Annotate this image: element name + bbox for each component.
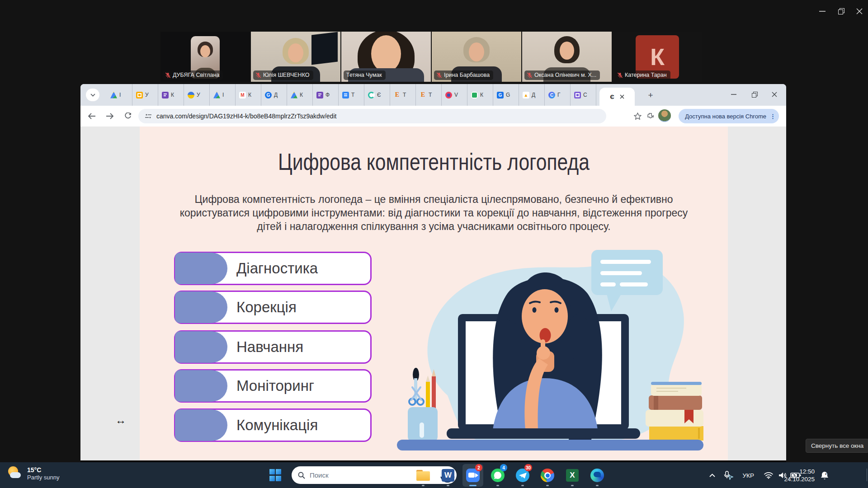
browser-tab[interactable]: Т (339, 84, 364, 106)
site-info-icon[interactable] (145, 113, 152, 119)
minimize-all-windows-tooltip: Свернуть все окна (806, 439, 868, 453)
browser-tab[interactable]: CГ (545, 84, 571, 106)
browser-restore-button[interactable] (745, 87, 764, 102)
profile-avatar[interactable] (658, 109, 671, 122)
muted-mic-icon (437, 72, 442, 78)
participant-video-dubiaha[interactable]: ДУБЯГА Світлана (160, 32, 250, 82)
browser-tab[interactable]: MК (236, 84, 261, 106)
slide-title: Цифрова компетентність логопеда (193, 148, 675, 175)
list-item-tab-shape (175, 370, 227, 402)
slide-paragraph: Цифрова компетентність логопеда – це вмі… (171, 192, 696, 233)
google-drive-icon (291, 92, 297, 99)
list-item-tab-shape (175, 291, 227, 323)
show-desktop-strip[interactable] (867, 469, 867, 481)
participant-name: Юлія ШЕВЧЕНКО (263, 72, 310, 78)
list-item-learning[interactable]: Навчання (174, 330, 372, 364)
browser-tab[interactable]: І (107, 84, 132, 106)
browser-tab[interactable]: Ф (313, 84, 339, 106)
browser-tab[interactable]: ▲Д (519, 84, 545, 106)
participant-name-pill: Катерина Таран (615, 70, 670, 80)
language-indicator[interactable]: УКР (743, 472, 754, 479)
browser-tab[interactable]: К (467, 84, 493, 106)
browser-tab[interactable]: V (442, 84, 467, 106)
participant-name-pill: Ірина Барбашова (434, 70, 493, 80)
microphone-in-use-icon[interactable] (723, 471, 733, 480)
browser-tab[interactable]: К (287, 84, 313, 106)
participant-name-pill: Оксана Оліневич м. Х... (524, 70, 600, 80)
orange-e-icon: E (420, 92, 426, 99)
taskbar-zoom[interactable]: 2 (462, 464, 483, 487)
browser-tab[interactable]: У (184, 84, 210, 106)
background-monitor (311, 32, 338, 65)
back-button[interactable] (85, 109, 99, 123)
taskbar-file-explorer[interactable] (413, 464, 434, 487)
taskbar-weather-widget[interactable]: 15°C Partly sunny (7, 466, 60, 481)
taskbar-chrome[interactable] (537, 464, 558, 487)
browser-minimize-button[interactable] (725, 87, 743, 102)
speech-therapist-illustration (384, 246, 714, 454)
browser-close-button[interactable] (765, 87, 783, 102)
browser-tab[interactable]: У (132, 84, 158, 106)
taskbar-whatsapp[interactable]: 4 (487, 464, 508, 487)
taskbar-telegram[interactable]: 30 (512, 464, 533, 487)
browser-tab[interactable]: І (210, 84, 236, 106)
presentation-slide[interactable]: Цифрова компетентність логопеда Цифрова … (140, 127, 728, 460)
active-tab[interactable]: Є (599, 88, 635, 106)
browser-toolbar: canva.com/design/DAG19zHI4-k/bo8eB48mplr… (80, 106, 786, 127)
meeting-restore-button[interactable] (834, 5, 849, 18)
close-tab-icon[interactable] (620, 94, 624, 99)
browser-tab[interactable]: EТ (416, 84, 442, 106)
excel-icon: X (566, 469, 579, 482)
wifi-icon[interactable] (764, 472, 773, 479)
bookmark-star-icon[interactable] (634, 113, 642, 122)
time: 12:50 (784, 468, 815, 475)
participant-video-olinevych[interactable]: Оксана Оліневич м. Х... (522, 32, 612, 82)
browser-menu-icon[interactable]: ⋮ (770, 113, 776, 120)
taskbar-edge[interactable] (587, 464, 608, 487)
address-bar[interactable]: canva.com/design/DAG19zHI4-k/bo8eB48mplr… (138, 109, 606, 123)
participant-video-taran[interactable]: К Катерина Таран (613, 32, 702, 82)
rocket-icon: ▲ (523, 92, 529, 99)
list-item-diagnostics[interactable]: Діагностика (174, 252, 372, 285)
browser-tab[interactable]: К (158, 84, 184, 106)
url-text: canva.com/design/DAG19zHI4-k/bo8eB48mplr… (156, 113, 336, 120)
canva-editor-canvas: ↔ Цифрова компетентність логопеда Цифров… (80, 127, 786, 460)
taskbar-word[interactable]: W (438, 464, 458, 487)
laptop-base (447, 428, 640, 439)
taskbar-excel[interactable]: X (562, 464, 583, 487)
ukraine-flag-icon (188, 92, 194, 99)
list-item-tab-shape (175, 409, 227, 441)
muted-mic-icon (618, 72, 623, 78)
participant-video-barbashova[interactable]: Ірина Барбашова (432, 32, 521, 82)
participant-video-chumak-active-speaker[interactable]: Тетяна Чумак (341, 32, 431, 82)
tray-chevron-up-icon[interactable] (709, 474, 715, 477)
extensions-icon[interactable] (646, 113, 654, 122)
muted-mic-icon (165, 72, 170, 78)
browser-tab[interactable]: GG (493, 84, 519, 106)
blue-g-circle-icon: G (265, 92, 272, 99)
reload-button[interactable] (121, 109, 135, 123)
weather-temperature: 15°C (27, 466, 60, 474)
chrome-update-button[interactable]: Доступна нова версія Chrome ⋮ (679, 109, 779, 123)
notification-bell-sleep-icon[interactable]: z (820, 471, 829, 480)
tab-search-chevron-button[interactable] (86, 89, 99, 101)
meeting-minimize-button[interactable] (815, 5, 830, 18)
start-button[interactable] (269, 469, 282, 481)
new-tab-button[interactable]: + (645, 89, 656, 101)
partly-sunny-icon (7, 466, 23, 481)
muted-mic-icon (256, 72, 261, 78)
meeting-close-button[interactable] (852, 5, 867, 18)
taskbar-clock[interactable]: 12:50 24.10.2025 (784, 468, 815, 483)
browser-tab[interactable]: EТ (390, 84, 416, 106)
list-item-communication[interactable]: Комунікація (174, 408, 372, 442)
forward-button[interactable] (103, 109, 117, 123)
blue-g-square-icon: G (497, 92, 504, 99)
participant-video-shevchenko[interactable]: Юлія ШЕВЧЕНКО (251, 32, 340, 82)
browser-tab[interactable]: Є (364, 84, 390, 106)
browser-tab[interactable]: GД (261, 84, 287, 106)
participant-name: ДУБЯГА Світлана (173, 72, 219, 78)
list-item-monitoring[interactable]: Моніторинг (174, 369, 372, 403)
list-item-correction[interactable]: Корекція (174, 291, 372, 324)
google-drive-icon (110, 92, 117, 99)
browser-tab[interactable]: С (571, 84, 596, 106)
